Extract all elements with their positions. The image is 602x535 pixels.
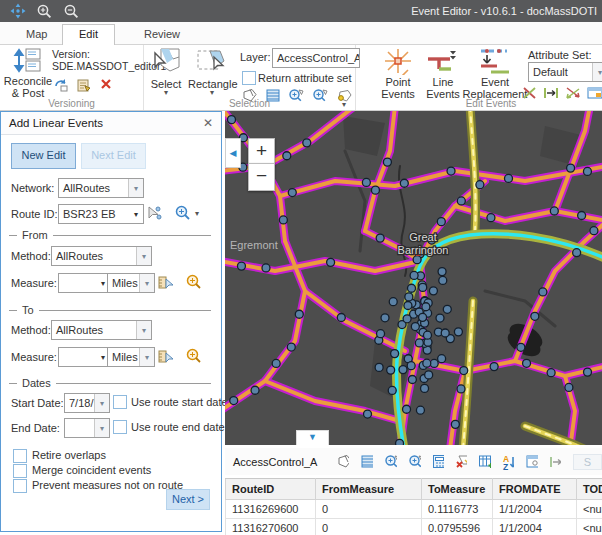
column-header[interactable]: TODATE bbox=[577, 479, 602, 500]
return-attribute-set-label: Return attribute set bbox=[258, 72, 352, 84]
select-caret-icon[interactable]: ▾ bbox=[146, 90, 186, 96]
from-measure-input[interactable]: ▾ bbox=[58, 273, 111, 293]
to-units-dropdown[interactable]: Miles ▾ bbox=[107, 347, 155, 367]
from-method-dropdown[interactable]: AllRoutes ▾ bbox=[51, 246, 152, 266]
measure-range-icon[interactable] bbox=[549, 455, 561, 469]
network-dropdown[interactable]: AllRoutes ▾ bbox=[58, 178, 144, 198]
table-list-icon[interactable] bbox=[360, 454, 372, 469]
table-row[interactable]: 1131627060000.07955961/1/2004<null>N bbox=[226, 519, 602, 535]
delete-selected-icon[interactable] bbox=[455, 454, 467, 469]
to-section-divider: To bbox=[9, 304, 211, 316]
collapse-table-icon[interactable]: ▼ bbox=[296, 430, 329, 445]
collapse-panel-icon[interactable]: ◀ bbox=[225, 138, 241, 168]
to-section-label: To bbox=[22, 304, 34, 316]
rectangle-select-button[interactable]: Rectangle ▾ bbox=[188, 47, 236, 96]
new-edit-button[interactable]: New Edit bbox=[11, 143, 76, 169]
add-linear-events-panel: Add Linear Events ✕ New Edit Next Edit N… bbox=[0, 111, 222, 532]
layer-dropdown[interactable]: AccessControl_A ▾ bbox=[272, 48, 360, 68]
pan-icon[interactable] bbox=[10, 3, 26, 19]
from-method-caret-icon: ▾ bbox=[136, 247, 151, 265]
attribute-set-dropdown[interactable]: Default ▾ bbox=[528, 62, 602, 82]
reconcile-post-button[interactable]: Reconcile & Post bbox=[2, 47, 54, 99]
next-button[interactable]: Next > bbox=[166, 489, 210, 510]
start-date-input[interactable]: 7/18/ ▾ bbox=[64, 393, 110, 413]
zoom-out-icon[interactable] bbox=[63, 3, 80, 20]
table-row[interactable]: 1131626960000.11167731/1/2004<null>N bbox=[226, 500, 602, 519]
map-label-great: Great bbox=[409, 231, 437, 243]
option-label: Prevent measures not on route bbox=[32, 479, 183, 491]
column-header[interactable]: RouteID bbox=[226, 479, 316, 500]
show-form-icon[interactable] bbox=[525, 454, 537, 469]
event-replacement-button[interactable]: Event Replacement bbox=[462, 47, 528, 100]
from-units-value: Miles bbox=[112, 277, 138, 289]
table-disabled-button[interactable]: S bbox=[573, 454, 602, 470]
to-measure-input[interactable]: ▾ bbox=[58, 347, 111, 367]
sort-icon[interactable]: AZ bbox=[502, 454, 514, 470]
option-checkbox[interactable] bbox=[13, 479, 27, 493]
to-zoom-icon[interactable] bbox=[185, 347, 203, 365]
table-zoom-selection-icon[interactable] bbox=[384, 454, 397, 469]
to-measure-label: Measure: bbox=[11, 351, 57, 363]
from-units-dropdown[interactable]: Miles ▾ bbox=[107, 273, 155, 293]
from-measure-tool-icon[interactable] bbox=[157, 274, 174, 291]
group-versioning-label: Versioning bbox=[0, 98, 143, 109]
delete-version-icon[interactable] bbox=[99, 77, 113, 91]
group-edit-events-label: Edit Events bbox=[416, 98, 566, 109]
tab-review[interactable]: Review bbox=[128, 25, 196, 44]
option-label: Merge coincident events bbox=[32, 464, 151, 476]
route-id-value: BSR23 EB bbox=[63, 208, 116, 220]
next-edit-button[interactable]: Next Edit bbox=[81, 143, 146, 169]
route-zoom-caret-icon[interactable]: ▾ bbox=[195, 211, 199, 217]
field-calculator-icon[interactable] bbox=[432, 454, 444, 469]
rectangle-tool-icon bbox=[196, 47, 228, 77]
merge-events-icon[interactable] bbox=[565, 86, 581, 100]
table-select-polygon-icon[interactable] bbox=[337, 454, 349, 469]
option-checkbox[interactable] bbox=[13, 464, 27, 478]
to-measure-tool-icon[interactable] bbox=[157, 348, 174, 365]
option-label: Retire overlaps bbox=[32, 449, 106, 461]
table-cell: 0 bbox=[316, 519, 422, 535]
point-events-button[interactable]: Point Events bbox=[376, 47, 420, 100]
table-cell: 1/1/2004 bbox=[493, 519, 577, 535]
return-attribute-set-checkbox[interactable] bbox=[242, 71, 256, 85]
point-events-label: Point Events bbox=[381, 76, 415, 100]
start-date-label: Start Date: bbox=[11, 397, 64, 409]
use-route-start-checkbox[interactable] bbox=[113, 395, 127, 409]
zoom-in-icon[interactable] bbox=[36, 3, 53, 20]
map-zoom-out-button[interactable]: − bbox=[248, 163, 275, 191]
to-units-value: Miles bbox=[112, 351, 138, 363]
from-section-divider: From bbox=[9, 229, 211, 241]
line-events-button[interactable]: Line Events bbox=[422, 47, 464, 100]
app-title: Event Editor - v10.6.1 - docMassDOTI bbox=[411, 5, 597, 17]
end-date-input[interactable]: ▾ bbox=[64, 418, 110, 438]
use-route-start-label: Use route start date bbox=[131, 396, 228, 408]
table-pan-selection-icon[interactable] bbox=[408, 454, 421, 469]
new-version-icon[interactable] bbox=[76, 77, 92, 93]
column-header[interactable]: FromMeasure bbox=[316, 479, 422, 500]
ribbon-tabs: Map Edit Review bbox=[0, 22, 602, 45]
event-form-icon[interactable] bbox=[587, 86, 602, 100]
column-header[interactable]: ToMeasure bbox=[422, 479, 493, 500]
route-zoom-icon[interactable] bbox=[174, 204, 192, 222]
tab-edit[interactable]: Edit bbox=[62, 24, 115, 47]
column-header[interactable]: FROMDATE bbox=[493, 479, 577, 500]
start-date-caret-icon: ▾ bbox=[94, 394, 109, 412]
map-view[interactable]: Egremont Great Barrington ◀ + − ▼ bbox=[225, 111, 602, 445]
refresh-version-icon[interactable] bbox=[53, 77, 69, 93]
map-canvas[interactable]: Egremont Great Barrington bbox=[225, 111, 602, 445]
group-edit-events: Point Events Line Events Event Replaceme… bbox=[356, 45, 602, 110]
close-icon[interactable]: ✕ bbox=[203, 116, 213, 130]
add-row-icon[interactable] bbox=[478, 454, 490, 469]
option-row: Retire overlaps bbox=[13, 448, 215, 463]
route-id-dropdown[interactable]: BSR23 EB ▾ bbox=[58, 204, 144, 224]
map-zoom-in-button[interactable]: + bbox=[248, 138, 275, 166]
option-checkbox[interactable] bbox=[13, 449, 27, 463]
select-button[interactable]: Select ▾ bbox=[146, 47, 186, 96]
use-route-end-checkbox[interactable] bbox=[113, 420, 127, 434]
from-zoom-icon[interactable] bbox=[185, 273, 203, 291]
rectangle-caret-icon[interactable]: ▾ bbox=[188, 90, 236, 96]
svg-text:Z: Z bbox=[503, 462, 508, 470]
tab-map[interactable]: Map bbox=[10, 25, 63, 44]
select-route-on-map-icon[interactable] bbox=[146, 205, 163, 222]
to-method-dropdown[interactable]: AllRoutes ▾ bbox=[51, 320, 152, 340]
